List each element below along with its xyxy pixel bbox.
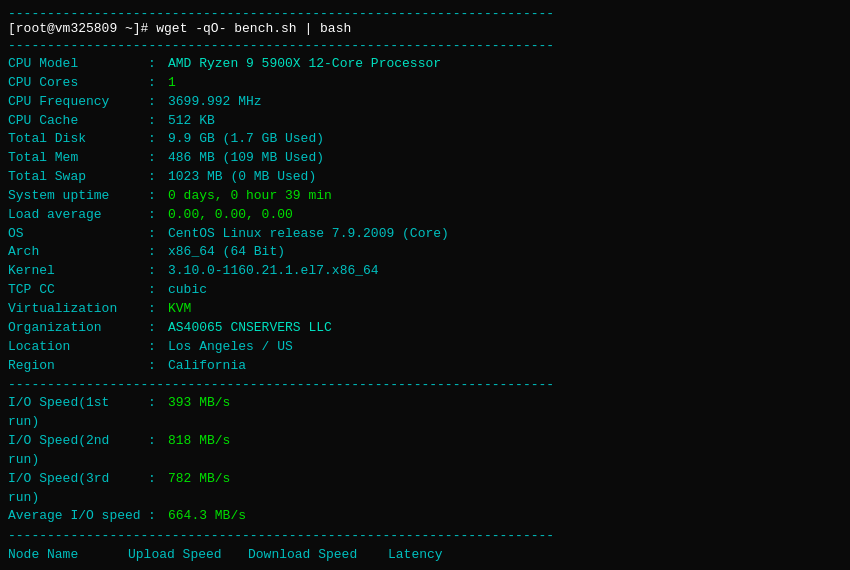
sysinfo-value: 3699.992 MHz xyxy=(168,93,262,112)
sysinfo-row: TCP CC : cubic xyxy=(8,281,842,300)
io-colon: : xyxy=(148,394,168,432)
sysinfo-row: Total Mem : 486 MB (109 MB Used) xyxy=(8,149,842,168)
sysinfo-row: Virtualization : KVM xyxy=(8,300,842,319)
io-row: I/O Speed(1st run) : 393 MB/s xyxy=(8,394,842,432)
io-row: I/O Speed(2nd run) : 818 MB/s xyxy=(8,432,842,470)
sysinfo-label: Virtualization xyxy=(8,300,148,319)
sysinfo-label: Arch xyxy=(8,243,148,262)
sysinfo-row: CPU Model : AMD Ryzen 9 5900X 12-Core Pr… xyxy=(8,55,842,74)
sysinfo-label: Total Swap xyxy=(8,168,148,187)
sysinfo-label: TCP CC xyxy=(8,281,148,300)
sysinfo-colon: : xyxy=(148,74,168,93)
sysinfo-value: KVM xyxy=(168,300,191,319)
divider2: ----------------------------------------… xyxy=(8,38,842,53)
sysinfo-row: CPU Cores : 1 xyxy=(8,74,842,93)
col-node-header: Node Name xyxy=(8,545,128,566)
sysinfo-colon: : xyxy=(148,130,168,149)
sysinfo-row: Arch : x86_64 (64 Bit) xyxy=(8,243,842,262)
speed-upload: 1316.00 Mbps xyxy=(128,566,248,570)
sysinfo-colon: : xyxy=(148,149,168,168)
sysinfo-value: Los Angeles / US xyxy=(168,338,293,357)
sysinfo-label: OS xyxy=(8,225,148,244)
speed-latency: 61.73 ms xyxy=(388,566,488,570)
sysinfo-row: System uptime : 0 days, 0 hour 39 min xyxy=(8,187,842,206)
speed-rows: Speedtest.net 1316.00 Mbps 7695.66 Mbps … xyxy=(8,566,842,570)
col-upload-header: Upload Speed xyxy=(128,545,248,566)
sysinfo-label: Load average xyxy=(8,206,148,225)
sysinfo-label: CPU Cache xyxy=(8,112,148,131)
sysinfo-label: CPU Model xyxy=(8,55,148,74)
divider-top: ----------------------------------------… xyxy=(8,6,842,21)
sysinfo-colon: : xyxy=(148,338,168,357)
sysinfo-label: Total Mem xyxy=(8,149,148,168)
sysinfo-value: 1 xyxy=(168,74,176,93)
sysinfo-colon: : xyxy=(148,300,168,319)
sysinfo-value: 512 KB xyxy=(168,112,215,131)
sysinfo-value: 1023 MB (0 MB Used) xyxy=(168,168,316,187)
sysinfo-label: Total Disk xyxy=(8,130,148,149)
sysinfo-colon: : xyxy=(148,168,168,187)
io-label: I/O Speed(2nd run) xyxy=(8,432,148,470)
command-line: [root@vm325809 ~]# wget -qO- bench.sh | … xyxy=(8,21,842,36)
speed-table: Node Name Upload Speed Download Speed La… xyxy=(8,545,842,570)
io-label: Average I/O speed xyxy=(8,507,148,526)
sysinfo-colon: : xyxy=(148,225,168,244)
sysinfo-row: Total Disk : 9.9 GB (1.7 GB Used) xyxy=(8,130,842,149)
sysinfo-value: 0.00, 0.00, 0.00 xyxy=(168,206,293,225)
sysinfo-row: CPU Cache : 512 KB xyxy=(8,112,842,131)
sysinfo-label: Region xyxy=(8,357,148,376)
sysinfo-value: California xyxy=(168,357,246,376)
col-latency-header: Latency xyxy=(388,545,488,566)
io-row: Average I/O speed : 664.3 MB/s xyxy=(8,507,842,526)
sysinfo-row: Organization : AS40065 CNSERVERS LLC xyxy=(8,319,842,338)
sysinfo-label: System uptime xyxy=(8,187,148,206)
sysinfo-row: OS : CentOS Linux release 7.9.2009 (Core… xyxy=(8,225,842,244)
divider3: ----------------------------------------… xyxy=(8,377,842,392)
speed-node: Speedtest.net xyxy=(8,566,128,570)
sysinfo-colon: : xyxy=(148,262,168,281)
sysinfo-value: cubic xyxy=(168,281,207,300)
sysinfo-value: 9.9 GB (1.7 GB Used) xyxy=(168,130,324,149)
sysinfo-value: x86_64 (64 Bit) xyxy=(168,243,285,262)
sysinfo-label: Location xyxy=(8,338,148,357)
io-value: 818 MB/s xyxy=(168,432,230,470)
sysinfo-label: CPU Cores xyxy=(8,74,148,93)
sysinfo-colon: : xyxy=(148,281,168,300)
sysinfo-row: Load average : 0.00, 0.00, 0.00 xyxy=(8,206,842,225)
sysinfo-colon: : xyxy=(148,243,168,262)
io-value: 393 MB/s xyxy=(168,394,230,432)
io-value: 782 MB/s xyxy=(168,470,230,508)
speed-download: 7695.66 Mbps xyxy=(248,566,388,570)
io-colon: : xyxy=(148,470,168,508)
sysinfo-row: Kernel : 3.10.0-1160.21.1.el7.x86_64 xyxy=(8,262,842,281)
io-value: 664.3 MB/s xyxy=(168,507,246,526)
sysinfo-label: Organization xyxy=(8,319,148,338)
sysinfo-row: Location : Los Angeles / US xyxy=(8,338,842,357)
sysinfo-colon: : xyxy=(148,187,168,206)
col-download-header: Download Speed xyxy=(248,545,388,566)
speed-header-row: Node Name Upload Speed Download Speed La… xyxy=(8,545,842,566)
sysinfo-section: CPU Model : AMD Ryzen 9 5900X 12-Core Pr… xyxy=(8,55,842,375)
sysinfo-row: Region : California xyxy=(8,357,842,376)
sysinfo-row: Total Swap : 1023 MB (0 MB Used) xyxy=(8,168,842,187)
sysinfo-colon: : xyxy=(148,55,168,74)
sysinfo-colon: : xyxy=(148,357,168,376)
io-section: I/O Speed(1st run) : 393 MB/s I/O Speed(… xyxy=(8,394,842,526)
io-colon: : xyxy=(148,432,168,470)
sysinfo-value: CentOS Linux release 7.9.2009 (Core) xyxy=(168,225,449,244)
sysinfo-colon: : xyxy=(148,319,168,338)
sysinfo-row: CPU Frequency : 3699.992 MHz xyxy=(8,93,842,112)
sysinfo-colon: : xyxy=(148,93,168,112)
io-label: I/O Speed(1st run) xyxy=(8,394,148,432)
sysinfo-value: AS40065 CNSERVERS LLC xyxy=(168,319,332,338)
io-row: I/O Speed(3rd run) : 782 MB/s xyxy=(8,470,842,508)
divider4: ----------------------------------------… xyxy=(8,528,842,543)
sysinfo-label: Kernel xyxy=(8,262,148,281)
sysinfo-value: 3.10.0-1160.21.1.el7.x86_64 xyxy=(168,262,379,281)
terminal: ----------------------------------------… xyxy=(0,0,850,570)
sysinfo-value: 486 MB (109 MB Used) xyxy=(168,149,324,168)
sysinfo-value: 0 days, 0 hour 39 min xyxy=(168,187,332,206)
sysinfo-label: CPU Frequency xyxy=(8,93,148,112)
speed-data-row: Speedtest.net 1316.00 Mbps 7695.66 Mbps … xyxy=(8,566,842,570)
sysinfo-colon: : xyxy=(148,206,168,225)
